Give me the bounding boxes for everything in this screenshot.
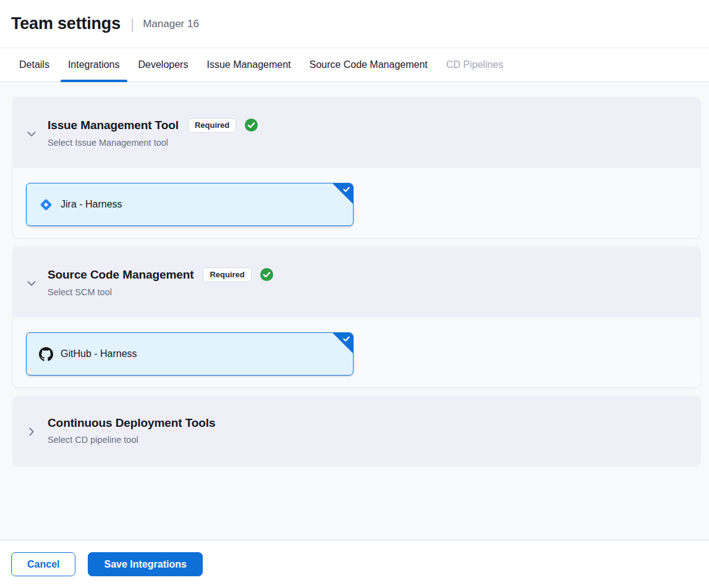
required-badge: Required — [203, 267, 251, 282]
section-subtitle: Select Issue Management tool — [48, 138, 258, 148]
section-title: Source Code Management — [48, 268, 193, 282]
section-heading: Issue Management Tool Required Select Is… — [48, 118, 258, 148]
title-separator: | — [130, 15, 134, 33]
check-circle-icon — [245, 119, 258, 132]
page-title: Team settings — [11, 14, 121, 33]
tab-details[interactable]: Details — [12, 48, 57, 82]
section-scm-header[interactable]: Source Code Management Required Select S… — [13, 246, 700, 317]
chevron-right-icon[interactable] — [26, 426, 37, 437]
page-subtitle: Manager 16 — [143, 18, 199, 30]
corner-check-icon — [342, 185, 350, 193]
required-badge: Required — [188, 118, 236, 133]
section-issue-management-tool: Issue Management Tool Required Select Is… — [13, 97, 700, 238]
section-title: Issue Management Tool — [48, 119, 179, 132]
tool-card-jira[interactable]: Jira - Harness — [26, 183, 354, 226]
tool-card-label: Jira - Harness — [61, 199, 122, 210]
tab-issue-management[interactable]: Issue Management — [199, 48, 298, 82]
jira-icon — [39, 198, 53, 212]
tab-cd-pipelines: CD Pipelines — [439, 48, 511, 82]
tool-card-label: GitHub - Harness — [61, 348, 137, 359]
section-cd-header[interactable]: Continuous Deployment Tools Select CD pi… — [13, 396, 700, 465]
footer-action-bar: Cancel Save Integrations — [0, 540, 709, 588]
section-source-code-management: Source Code Management Required Select S… — [13, 246, 700, 387]
section-title: Continuous Deployment Tools — [48, 416, 215, 430]
page-header: Team settings | Manager 16 — [0, 0, 709, 48]
section-issue-management-body: Jira - Harness — [13, 168, 700, 238]
section-heading: Source Code Management Required Select S… — [48, 267, 273, 297]
section-subtitle: Select SCM tool — [48, 287, 273, 297]
save-integrations-button[interactable]: Save Integrations — [88, 552, 202, 576]
cancel-button[interactable]: Cancel — [11, 552, 75, 576]
section-scm-body: GitHub - Harness — [13, 317, 700, 387]
github-icon — [39, 347, 53, 361]
chevron-down-icon[interactable] — [26, 278, 37, 289]
tab-integrations[interactable]: Integrations — [61, 48, 127, 82]
section-subtitle: Select CD pipeline tool — [48, 435, 215, 445]
tool-card-github[interactable]: GitHub - Harness — [26, 332, 354, 376]
check-circle-icon — [260, 268, 273, 281]
section-heading: Continuous Deployment Tools Select CD pi… — [48, 416, 215, 445]
tab-developers[interactable]: Developers — [131, 48, 196, 82]
section-issue-management-header[interactable]: Issue Management Tool Required Select Is… — [13, 97, 700, 168]
tab-bar: Details Integrations Developers Issue Ma… — [0, 48, 709, 82]
chevron-down-icon[interactable] — [26, 128, 37, 140]
integrations-content: Issue Management Tool Required Select Is… — [0, 82, 709, 540]
team-settings-page: Team settings | Manager 16 Details Integ… — [0, 0, 709, 588]
section-continuous-deployment-tools: Continuous Deployment Tools Select CD pi… — [13, 396, 700, 465]
corner-check-icon — [342, 335, 350, 343]
tab-source-code-management[interactable]: Source Code Management — [302, 48, 435, 82]
